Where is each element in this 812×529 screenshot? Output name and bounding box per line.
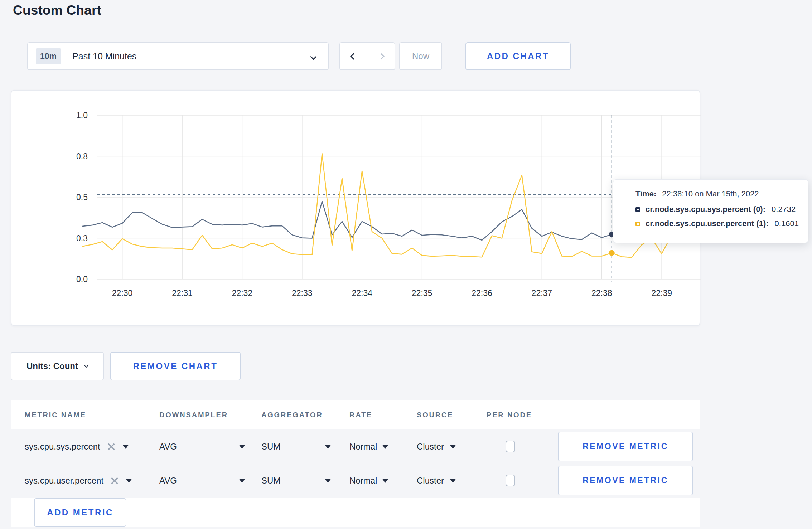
col-header-metric-name: METRIC NAME bbox=[25, 411, 86, 419]
prev-range-button[interactable] bbox=[340, 43, 367, 69]
col-header-aggregator: AGGREGATOR bbox=[261, 411, 323, 419]
aggregator-value: SUM bbox=[261, 476, 280, 486]
time-range-badge: 10m bbox=[36, 48, 61, 64]
chevron-down-icon bbox=[84, 363, 89, 368]
chevron-left-icon bbox=[350, 53, 357, 59]
downsampler-select[interactable]: AVG bbox=[159, 429, 245, 464]
caret-down-icon bbox=[382, 445, 388, 449]
now-button[interactable]: Now bbox=[399, 42, 442, 70]
metrics-line-chart[interactable]: 0.00.30.50.81.022:3022:3122:3222:3322:34… bbox=[11, 91, 701, 327]
metric-row: sys.cpu.user.percent AVG SUM Normal Clus… bbox=[11, 464, 700, 498]
remove-chart-button[interactable]: REMOVE CHART bbox=[110, 352, 241, 380]
downsampler-value: AVG bbox=[159, 476, 177, 486]
svg-text:0.8: 0.8 bbox=[76, 152, 88, 161]
svg-text:0.0: 0.0 bbox=[76, 275, 88, 284]
per-node-checkbox[interactable] bbox=[506, 441, 515, 452]
svg-text:0.3: 0.3 bbox=[76, 234, 88, 243]
col-header-per-node: PER NODE bbox=[487, 411, 532, 419]
chevron-right-icon bbox=[378, 53, 384, 59]
metric-name-select[interactable]: sys.cpu.user.percent bbox=[25, 464, 132, 498]
svg-text:22:31: 22:31 bbox=[172, 288, 193, 298]
svg-text:22:30: 22:30 bbox=[112, 288, 133, 298]
tooltip-series-name: cr.node.sys.cpu.sys.percent (0): bbox=[646, 205, 765, 214]
caret-down-icon bbox=[122, 445, 129, 449]
per-node-checkbox[interactable] bbox=[506, 475, 515, 486]
caret-down-icon bbox=[239, 479, 245, 483]
add-chart-button[interactable]: ADD CHART bbox=[465, 42, 571, 70]
svg-text:22:37: 22:37 bbox=[532, 288, 552, 298]
caret-down-icon bbox=[450, 445, 456, 449]
tooltip-series-row: cr.node.sys.cpu.user.percent (1): 0.1601 bbox=[635, 219, 808, 228]
source-value: Cluster bbox=[417, 476, 444, 486]
chevron-down-icon bbox=[310, 53, 316, 60]
caret-down-icon bbox=[239, 445, 245, 449]
metric-row: sys.cpu.sys.percent AVG SUM Normal Clust… bbox=[11, 429, 700, 464]
col-header-downsampler: DOWNSAMPLER bbox=[159, 411, 228, 419]
col-header-rate: RATE bbox=[349, 411, 372, 419]
tooltip-series-name: cr.node.sys.cpu.user.percent (1): bbox=[646, 219, 769, 228]
time-range-label: Past 10 Minutes bbox=[72, 51, 136, 62]
caret-down-icon bbox=[325, 479, 331, 483]
time-range-select[interactable]: 10m Past 10 Minutes bbox=[27, 42, 329, 70]
aggregator-select[interactable]: SUM bbox=[261, 429, 331, 464]
units-select-label: Units: Count bbox=[26, 361, 78, 371]
tooltip-series-row: cr.node.sys.cpu.sys.percent (0): 0.2732 bbox=[635, 205, 808, 214]
svg-text:22:34: 22:34 bbox=[352, 288, 372, 298]
source-select[interactable]: Cluster bbox=[417, 464, 456, 498]
metric-name-select[interactable]: sys.cpu.sys.percent bbox=[25, 429, 129, 464]
user-series-swatch-icon bbox=[635, 222, 640, 226]
time-nav-group bbox=[339, 42, 395, 70]
caret-down-icon bbox=[450, 479, 456, 483]
metric-name-value: sys.cpu.sys.percent bbox=[25, 442, 100, 452]
tooltip-time-label: Time: bbox=[635, 189, 656, 198]
chart-card: 0.00.30.50.81.022:3022:3122:3222:3322:34… bbox=[11, 90, 700, 326]
source-value: Cluster bbox=[417, 442, 444, 452]
units-select[interactable]: Units: Count bbox=[11, 352, 104, 380]
remove-metric-button[interactable]: REMOVE METRIC bbox=[558, 432, 693, 461]
tooltip-series-value: 0.1601 bbox=[775, 219, 799, 228]
svg-text:22:38: 22:38 bbox=[591, 288, 612, 298]
svg-text:22:35: 22:35 bbox=[412, 288, 432, 298]
rate-select[interactable]: Normal bbox=[349, 429, 388, 464]
svg-text:22:32: 22:32 bbox=[232, 288, 253, 298]
next-range-button[interactable] bbox=[367, 43, 395, 69]
tooltip-time-row: Time:22:38:10 on Mar 15th, 2022 bbox=[635, 189, 808, 199]
svg-text:22:39: 22:39 bbox=[651, 288, 672, 298]
rate-value: Normal bbox=[349, 442, 377, 452]
clear-metric-icon[interactable] bbox=[107, 443, 115, 451]
chart-tooltip: Time:22:38:10 on Mar 15th, 2022 cr.node.… bbox=[613, 179, 808, 243]
aggregator-value: SUM bbox=[261, 442, 280, 452]
svg-text:0.5: 0.5 bbox=[76, 193, 88, 202]
tooltip-time-value: 22:38:10 on Mar 15th, 2022 bbox=[662, 189, 759, 198]
remove-metric-button[interactable]: REMOVE METRIC bbox=[558, 466, 693, 495]
svg-text:22:36: 22:36 bbox=[472, 288, 492, 298]
caret-down-icon bbox=[325, 445, 331, 449]
metric-name-value: sys.cpu.user.percent bbox=[25, 476, 103, 486]
aggregator-select[interactable]: SUM bbox=[261, 464, 331, 498]
caret-down-icon bbox=[382, 479, 388, 483]
metrics-table: METRIC NAME DOWNSAMPLER AGGREGATOR RATE … bbox=[11, 400, 700, 527]
rate-value: Normal bbox=[349, 476, 377, 486]
tooltip-series-value: 0.2732 bbox=[772, 205, 796, 214]
source-select[interactable]: Cluster bbox=[417, 429, 456, 464]
sys-series-swatch-icon bbox=[635, 207, 640, 212]
svg-text:22:33: 22:33 bbox=[292, 288, 313, 298]
metrics-table-header: METRIC NAME DOWNSAMPLER AGGREGATOR RATE … bbox=[11, 400, 700, 429]
col-header-source: SOURCE bbox=[417, 411, 453, 419]
custom-chart-page: Custom Chart 10m Past 10 Minutes Now ADD… bbox=[0, 0, 812, 529]
svg-text:1.0: 1.0 bbox=[76, 111, 88, 120]
toolbar-divider bbox=[11, 42, 11, 70]
add-metric-button[interactable]: ADD METRIC bbox=[34, 498, 126, 527]
rate-select[interactable]: Normal bbox=[349, 464, 388, 498]
downsampler-value: AVG bbox=[159, 442, 177, 452]
clear-metric-icon[interactable] bbox=[111, 477, 119, 485]
caret-down-icon bbox=[126, 479, 132, 483]
downsampler-select[interactable]: AVG bbox=[159, 464, 245, 498]
page-title: Custom Chart bbox=[13, 3, 101, 18]
